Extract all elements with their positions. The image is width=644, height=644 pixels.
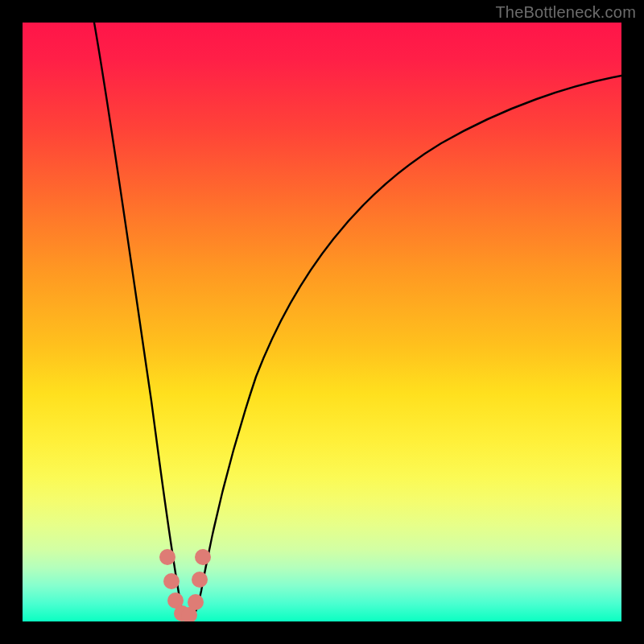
watermark-text: TheBottleneck.com	[495, 3, 636, 22]
plot-area	[23, 23, 621, 621]
svg-point-0	[159, 549, 175, 565]
curves-layer	[23, 23, 621, 621]
svg-point-1	[163, 573, 180, 589]
svg-point-6	[192, 572, 208, 588]
bottleneck-curve	[94, 23, 621, 621]
svg-point-7	[195, 549, 211, 565]
svg-point-5	[188, 594, 204, 610]
highlight-markers	[159, 549, 211, 621]
chart-frame: TheBottleneck.com	[0, 0, 644, 644]
